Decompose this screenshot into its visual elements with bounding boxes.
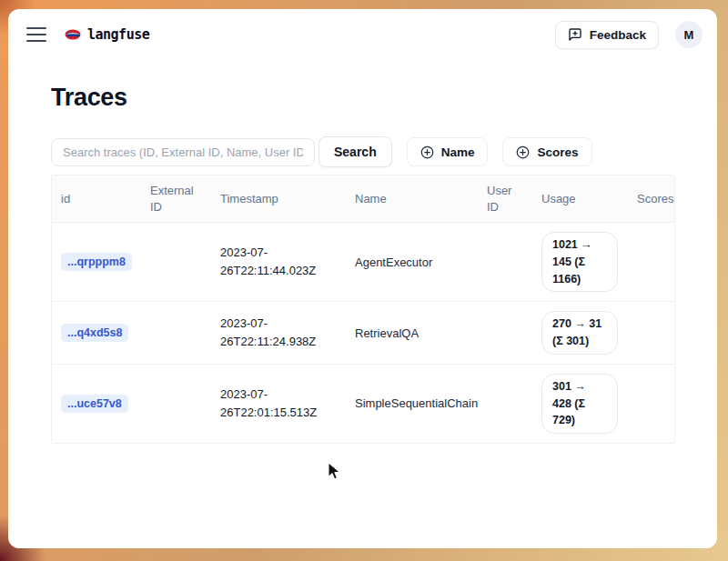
circle-plus-icon [420,145,434,159]
user-avatar[interactable]: M [675,21,703,48]
search-toolbar: Search Name Scores [51,136,675,167]
scores-cell [628,395,674,413]
filter-name-button[interactable]: Name [407,137,489,166]
timestamp-cell: 2023-07-26T22:01:15.513Z [220,386,328,422]
table-row[interactable]: ...qrpppm8 2023-07-26T22:11:44.023Z Agen… [52,223,674,302]
column-header-scores: Scores [628,184,674,215]
search-button[interactable]: Search [318,136,392,167]
table-row[interactable]: ...uce57v8 2023-07-26T22:01:15.513Z Simp… [52,365,674,443]
external-id-cell [141,395,211,413]
column-header-id: id [52,184,141,215]
name-cell: RetrievalQA [346,317,478,349]
filter-scores-button[interactable]: Scores [502,137,592,166]
message-plus-icon [568,27,582,42]
brand-name: langfuse [87,26,149,43]
circle-plus-icon [516,145,530,159]
avatar-initial: M [684,28,694,42]
column-header-usage: Usage [532,184,628,215]
brand[interactable]: langfuse [65,26,149,43]
menu-icon[interactable] [26,27,46,42]
usage-badge: 1021 → 145 (Σ 1166) [541,232,618,292]
user-id-cell [478,395,532,413]
top-bar: langfuse Feedback M [8,9,717,60]
timestamp-cell: 2023-07-26T22:11:44.023Z [220,244,328,280]
feedback-button[interactable]: Feedback [555,21,659,49]
user-id-cell [478,253,532,271]
user-id-cell [478,324,532,342]
column-header-name: Name [346,184,478,215]
traces-table: id External ID Timestamp Name User ID Us… [51,175,675,444]
column-header-timestamp: Timestamp [211,184,346,215]
usage-badge: 270 → 31 (Σ 301) [541,311,618,355]
feedback-label: Feedback [590,28,646,42]
trace-id-link[interactable]: ...uce57v8 [61,395,128,413]
table-row[interactable]: ...q4xd5s8 2023-07-26T22:11:24.938Z Retr… [52,302,674,365]
external-id-cell [141,324,211,342]
app-window: langfuse Feedback M Traces Search [8,9,717,548]
page-title: Traces [51,84,675,112]
timestamp-cell: 2023-07-26T22:11:24.938Z [220,315,328,351]
external-id-cell [141,253,211,271]
filter-scores-label: Scores [537,145,578,159]
scores-cell [628,253,674,271]
scores-cell [628,324,674,342]
trace-id-link[interactable]: ...q4xd5s8 [61,324,128,342]
column-header-user-id: User ID [478,175,532,222]
usage-badge: 301 → 428 (Σ 729) [541,374,618,434]
table-header-row: id External ID Timestamp Name User ID Us… [52,175,674,223]
filter-name-label: Name [441,145,475,159]
search-input[interactable] [51,138,315,166]
main-content: Traces Search Name Scores [8,60,717,444]
trace-id-link[interactable]: ...qrpppm8 [61,253,132,271]
name-cell: AgentExecutor [346,246,478,278]
column-header-external-id: External ID [141,175,211,222]
name-cell: SimpleSequentialChain [346,387,478,419]
langfuse-logo-icon [65,28,81,41]
